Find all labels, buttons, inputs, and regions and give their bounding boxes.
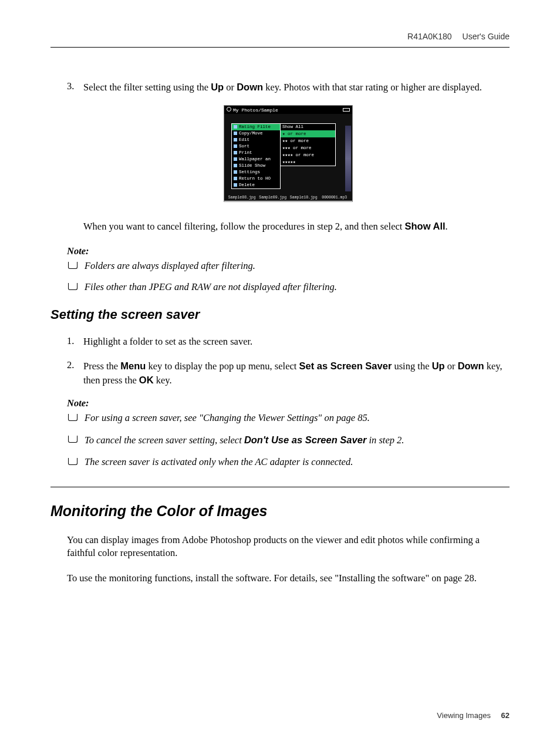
menu-icon <box>234 177 237 180</box>
menu-item: Wallpaper an <box>232 156 280 163</box>
text: or <box>445 360 458 372</box>
header-model: R41A0K180 <box>407 32 452 41</box>
step-number: 1. <box>67 335 83 349</box>
menu-icon <box>234 144 237 148</box>
thumbnail-label: Sample08.jpg <box>227 196 258 200</box>
note-block-1: Note: Folders are always displayed after… <box>67 245 510 295</box>
note-block-2: Note: For using a screen saver, see "Cha… <box>67 397 510 469</box>
cancel-filter-paragraph: When you want to cancel filtering, follo… <box>83 220 510 234</box>
text: using the <box>392 360 431 372</box>
menu-icon <box>234 151 237 154</box>
label-set-as-screensaver: Set as Screen Saver <box>299 360 392 371</box>
thumbnail-strip <box>345 126 351 191</box>
note-item: The screen saver is activated only when … <box>67 456 510 469</box>
text: The screen saver is activated only when … <box>85 456 353 467</box>
menu-label: Copy/Move <box>239 131 263 136</box>
menu-item: Sort <box>232 143 280 150</box>
heading-monitoring-color: Monitoring the Color of Images <box>50 487 510 520</box>
thumbnail-label: 0000001.mp3 <box>319 196 350 200</box>
menu-icon <box>234 125 237 129</box>
text: key to display the pop up menu, select <box>146 360 299 372</box>
left-menu: Rating FilteCopy/MoveEditSortPrintWallpa… <box>231 123 281 189</box>
menu-item: Settings <box>232 169 280 176</box>
menu-icon <box>234 132 237 135</box>
text: key. Photos with that star rating or hig… <box>263 82 482 93</box>
footer-page-number: 62 <box>501 711 510 720</box>
step-number: 3. <box>67 80 83 95</box>
menu-label: Settings <box>239 170 260 174</box>
submenu-item: Show All <box>281 124 335 130</box>
footer-section: Viewing Images <box>437 711 491 720</box>
key-up: Up <box>211 82 224 92</box>
menu-item: Edit <box>232 137 280 143</box>
menu-item: Slide Show <box>232 163 280 169</box>
key-up: Up <box>432 360 445 371</box>
label-dont-use-screensaver: Don't Use as Screen Saver <box>244 434 366 445</box>
menu-icon <box>234 164 237 167</box>
note-item: Files other than JPEG and RAW are not di… <box>67 281 510 294</box>
step-number: 2. <box>67 359 83 388</box>
text: For using a screen saver, see "Changing … <box>85 412 370 423</box>
menu-item: Copy/Move <box>232 130 280 137</box>
right-menu: Show All★ or more★★ or more★★★ or more★★… <box>281 123 336 166</box>
step-body: Press the Menu key to display the pop up… <box>83 359 510 388</box>
menu-item: Return to HO <box>232 176 280 182</box>
key-down: Down <box>237 82 263 92</box>
note-item: For using a screen saver, see "Changing … <box>67 412 510 425</box>
screenshot-title: My Photos/Sample <box>233 107 278 113</box>
submenu-item: ★★★★ or more <box>281 151 335 159</box>
key-down: Down <box>458 360 484 371</box>
menu-label: Sort <box>239 144 249 149</box>
thumbnail-label: Sample10.jpg <box>288 196 319 200</box>
step-body: Select the filter setting using the Up o… <box>83 80 510 95</box>
menu-label: Delete <box>239 183 255 187</box>
battery-icon <box>343 108 350 112</box>
device-screenshot: My Photos/Sample Rating FilteCopy/MoveEd… <box>224 105 353 202</box>
menu-label: Return to HO <box>239 176 271 181</box>
menu-label: Edit <box>239 137 249 142</box>
text: . <box>446 221 448 232</box>
submenu-item: ★★★ or more <box>281 144 335 151</box>
menu-label: Print <box>239 150 252 155</box>
monitor-paragraph-1: You can display images from Adobe Photos… <box>67 534 510 561</box>
screensaver-step-2: 2. Press the Menu key to display the pop… <box>67 359 510 388</box>
menu-icon <box>234 138 237 141</box>
key-menu: Menu <box>120 360 146 371</box>
thumbnail-filenames: Sample08.jpgSample09.jpgSample10.jpg0000… <box>224 196 352 200</box>
menu-icon <box>234 170 237 174</box>
menu-item: Print <box>232 150 280 156</box>
text: Select the filter setting using the <box>83 82 211 93</box>
menu-label: Wallpaper an <box>239 157 271 161</box>
step-3: 3. Select the filter setting using the U… <box>67 80 510 95</box>
text: key. <box>154 375 172 386</box>
menu-label: Slide Show <box>239 163 265 168</box>
text: in step 2. <box>366 434 404 446</box>
menu-item: Rating Filte <box>232 124 280 130</box>
menu-icon <box>234 157 237 161</box>
screensaver-step-1: 1. Highlight a folder to set as the scre… <box>67 335 510 349</box>
page-header: R41A0K180 User's Guide <box>50 32 510 48</box>
header-doc-title: User's Guide <box>463 32 510 41</box>
show-all-label: Show All <box>405 221 446 231</box>
submenu-item: ★★★★★ <box>281 159 335 166</box>
menu-icon <box>234 183 237 187</box>
monitor-paragraph-2: To use the monitoring functions, install… <box>67 572 510 585</box>
text: or <box>224 82 237 93</box>
text: To cancel the screen saver setting, sele… <box>85 434 244 446</box>
note-heading: Note: <box>67 397 510 409</box>
submenu-item: ★ or more <box>281 130 335 137</box>
step-body: Highlight a folder to set as the screen … <box>83 335 510 349</box>
text: Press the <box>83 360 120 372</box>
thumbnail-label: Sample09.jpg <box>258 196 289 200</box>
note-item: To cancel the screen saver setting, sele… <box>67 433 510 447</box>
page-footer: Viewing Images 62 <box>50 711 510 720</box>
note-heading: Note: <box>67 245 510 257</box>
key-ok: OK <box>139 375 154 385</box>
note-item: Folders are always displayed after filte… <box>67 260 510 273</box>
menu-item: Delete <box>232 182 280 188</box>
text: When you want to cancel filtering, follo… <box>83 221 405 232</box>
menu-label: Rating Filte <box>239 124 271 129</box>
submenu-item: ★★ or more <box>281 137 335 144</box>
heading-screen-saver: Setting the screen saver <box>50 307 510 322</box>
